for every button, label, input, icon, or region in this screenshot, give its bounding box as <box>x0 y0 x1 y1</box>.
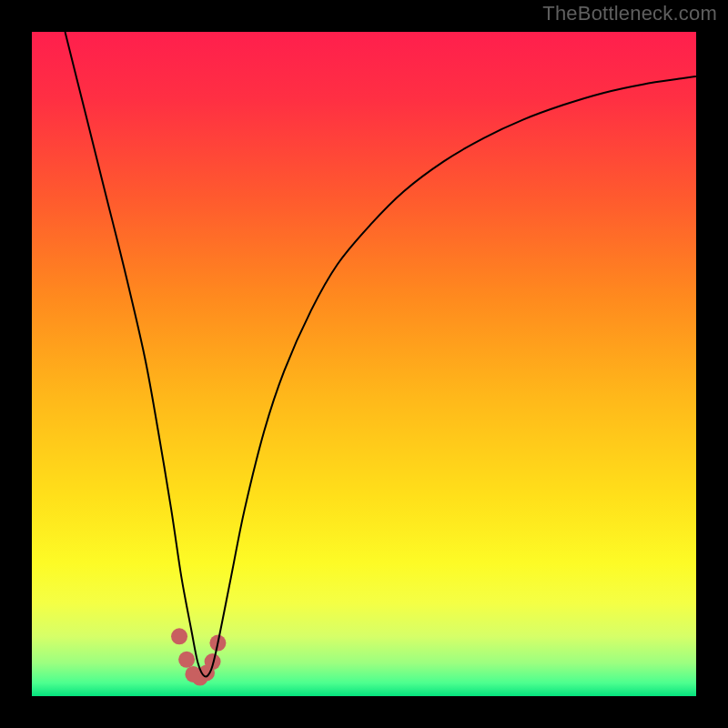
svg-point-2 <box>178 652 195 668</box>
chart-frame: TheBottleneck.com <box>0 0 728 728</box>
watermark-text: TheBottleneck.com <box>542 2 717 25</box>
svg-point-1 <box>171 628 187 644</box>
curve-layer <box>32 32 696 696</box>
trough-marker <box>171 628 226 685</box>
bottleneck-curve <box>66 32 697 676</box>
plot-area <box>32 32 696 696</box>
